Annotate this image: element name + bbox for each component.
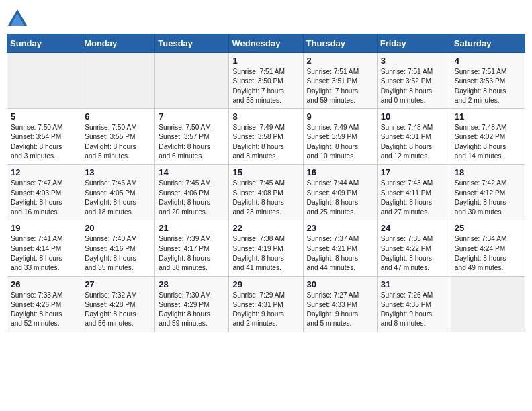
cell-content: Sunrise: 7:27 AM Sunset: 4:33 PM Dayligh… bbox=[307, 291, 373, 329]
cell-content: Sunrise: 7:35 AM Sunset: 4:22 PM Dayligh… bbox=[381, 234, 447, 273]
day-number: 21 bbox=[159, 223, 225, 233]
day-number: 7 bbox=[159, 111, 225, 122]
cell-content: Sunrise: 7:51 AM Sunset: 3:52 PM Dayligh… bbox=[381, 67, 447, 105]
calendar-cell: 1Sunrise: 7:51 AM Sunset: 3:50 PM Daylig… bbox=[229, 53, 303, 109]
day-number: 20 bbox=[85, 223, 151, 233]
cell-content: Sunrise: 7:48 AM Sunset: 4:02 PM Dayligh… bbox=[455, 123, 521, 161]
day-number: 25 bbox=[455, 223, 521, 233]
calendar-cell: 6Sunrise: 7:50 AM Sunset: 3:55 PM Daylig… bbox=[81, 109, 155, 165]
weekday-header-wednesday: Wednesday bbox=[229, 34, 303, 53]
calendar-cell bbox=[155, 53, 229, 109]
calendar-cell: 12Sunrise: 7:47 AM Sunset: 4:03 PM Dayli… bbox=[7, 165, 81, 220]
calendar-week-row: 1Sunrise: 7:51 AM Sunset: 3:50 PM Daylig… bbox=[7, 53, 525, 109]
calendar-table: SundayMondayTuesdayWednesdayThursdayFrid… bbox=[7, 34, 525, 332]
day-number: 26 bbox=[11, 279, 77, 289]
cell-content: Sunrise: 7:32 AM Sunset: 4:28 PM Dayligh… bbox=[85, 291, 151, 329]
calendar-week-row: 19Sunrise: 7:41 AM Sunset: 4:14 PM Dayli… bbox=[7, 220, 525, 276]
day-number: 5 bbox=[11, 111, 77, 122]
day-number: 31 bbox=[381, 279, 447, 289]
logo bbox=[7, 7, 31, 28]
day-number: 10 bbox=[381, 111, 447, 122]
cell-content: Sunrise: 7:50 AM Sunset: 3:54 PM Dayligh… bbox=[11, 123, 77, 161]
calendar-cell: 2Sunrise: 7:51 AM Sunset: 3:51 PM Daylig… bbox=[303, 53, 377, 109]
day-number: 27 bbox=[85, 279, 151, 289]
day-number: 16 bbox=[307, 167, 373, 177]
calendar-cell: 9Sunrise: 7:49 AM Sunset: 3:59 PM Daylig… bbox=[303, 109, 377, 165]
day-number: 1 bbox=[232, 56, 299, 66]
day-number: 28 bbox=[159, 279, 225, 289]
cell-content: Sunrise: 7:39 AM Sunset: 4:17 PM Dayligh… bbox=[159, 234, 225, 273]
day-number: 9 bbox=[307, 111, 373, 122]
calendar-cell: 4Sunrise: 7:51 AM Sunset: 3:53 PM Daylig… bbox=[451, 53, 525, 109]
cell-content: Sunrise: 7:29 AM Sunset: 4:31 PM Dayligh… bbox=[232, 291, 299, 329]
day-number: 2 bbox=[307, 56, 373, 66]
cell-content: Sunrise: 7:45 AM Sunset: 4:08 PM Dayligh… bbox=[232, 179, 299, 217]
day-number: 18 bbox=[455, 167, 521, 177]
calendar-cell: 11Sunrise: 7:48 AM Sunset: 4:02 PM Dayli… bbox=[451, 109, 525, 165]
calendar-week-row: 26Sunrise: 7:33 AM Sunset: 4:26 PM Dayli… bbox=[7, 276, 525, 332]
calendar-cell: 14Sunrise: 7:45 AM Sunset: 4:06 PM Dayli… bbox=[155, 165, 229, 220]
calendar-cell: 30Sunrise: 7:27 AM Sunset: 4:33 PM Dayli… bbox=[303, 276, 377, 332]
calendar-cell: 15Sunrise: 7:45 AM Sunset: 4:08 PM Dayli… bbox=[229, 165, 303, 220]
cell-content: Sunrise: 7:45 AM Sunset: 4:06 PM Dayligh… bbox=[159, 179, 225, 217]
calendar-cell: 18Sunrise: 7:42 AM Sunset: 4:12 PM Dayli… bbox=[451, 165, 525, 220]
weekday-header-tuesday: Tuesday bbox=[155, 34, 229, 53]
day-number: 4 bbox=[455, 56, 521, 66]
calendar-week-row: 5Sunrise: 7:50 AM Sunset: 3:54 PM Daylig… bbox=[7, 109, 525, 165]
cell-content: Sunrise: 7:51 AM Sunset: 3:50 PM Dayligh… bbox=[232, 67, 299, 105]
calendar-cell: 22Sunrise: 7:38 AM Sunset: 4:19 PM Dayli… bbox=[229, 220, 303, 276]
page-header bbox=[7, 7, 525, 28]
weekday-header-sunday: Sunday bbox=[7, 34, 81, 53]
weekday-header-monday: Monday bbox=[81, 34, 155, 53]
calendar-cell: 28Sunrise: 7:30 AM Sunset: 4:29 PM Dayli… bbox=[155, 276, 229, 332]
day-number: 29 bbox=[232, 279, 299, 289]
day-number: 15 bbox=[232, 167, 299, 177]
calendar-cell: 24Sunrise: 7:35 AM Sunset: 4:22 PM Dayli… bbox=[377, 220, 451, 276]
cell-content: Sunrise: 7:51 AM Sunset: 3:53 PM Dayligh… bbox=[455, 67, 521, 105]
day-number: 23 bbox=[307, 223, 373, 233]
weekday-header-thursday: Thursday bbox=[303, 34, 377, 53]
calendar-cell: 3Sunrise: 7:51 AM Sunset: 3:52 PM Daylig… bbox=[377, 53, 451, 109]
calendar-cell: 20Sunrise: 7:40 AM Sunset: 4:16 PM Dayli… bbox=[81, 220, 155, 276]
cell-content: Sunrise: 7:50 AM Sunset: 3:55 PM Dayligh… bbox=[85, 123, 151, 161]
day-number: 24 bbox=[381, 223, 447, 233]
day-number: 11 bbox=[455, 111, 521, 122]
weekday-header-saturday: Saturday bbox=[451, 34, 525, 53]
cell-content: Sunrise: 7:41 AM Sunset: 4:14 PM Dayligh… bbox=[11, 234, 77, 273]
cell-content: Sunrise: 7:30 AM Sunset: 4:29 PM Dayligh… bbox=[159, 291, 225, 329]
calendar-cell bbox=[451, 276, 525, 332]
calendar-cell: 5Sunrise: 7:50 AM Sunset: 3:54 PM Daylig… bbox=[7, 109, 81, 165]
cell-content: Sunrise: 7:34 AM Sunset: 4:24 PM Dayligh… bbox=[455, 234, 521, 273]
logo-icon bbox=[7, 7, 28, 28]
cell-content: Sunrise: 7:44 AM Sunset: 4:09 PM Dayligh… bbox=[307, 179, 373, 217]
day-number: 22 bbox=[232, 223, 299, 233]
cell-content: Sunrise: 7:49 AM Sunset: 3:59 PM Dayligh… bbox=[307, 123, 373, 161]
calendar-cell: 8Sunrise: 7:49 AM Sunset: 3:58 PM Daylig… bbox=[229, 109, 303, 165]
calendar-cell: 7Sunrise: 7:50 AM Sunset: 3:57 PM Daylig… bbox=[155, 109, 229, 165]
cell-content: Sunrise: 7:37 AM Sunset: 4:21 PM Dayligh… bbox=[307, 234, 373, 273]
day-number: 30 bbox=[307, 279, 373, 289]
day-number: 19 bbox=[11, 223, 77, 233]
calendar-cell: 10Sunrise: 7:48 AM Sunset: 4:01 PM Dayli… bbox=[377, 109, 451, 165]
calendar-cell bbox=[81, 53, 155, 109]
weekday-header-row: SundayMondayTuesdayWednesdayThursdayFrid… bbox=[7, 34, 525, 53]
weekday-header-friday: Friday bbox=[377, 34, 451, 53]
cell-content: Sunrise: 7:51 AM Sunset: 3:51 PM Dayligh… bbox=[307, 67, 373, 105]
cell-content: Sunrise: 7:50 AM Sunset: 3:57 PM Dayligh… bbox=[159, 123, 225, 161]
cell-content: Sunrise: 7:49 AM Sunset: 3:58 PM Dayligh… bbox=[232, 123, 299, 161]
calendar-cell: 17Sunrise: 7:43 AM Sunset: 4:11 PM Dayli… bbox=[377, 165, 451, 220]
cell-content: Sunrise: 7:33 AM Sunset: 4:26 PM Dayligh… bbox=[11, 291, 77, 329]
cell-content: Sunrise: 7:26 AM Sunset: 4:35 PM Dayligh… bbox=[381, 291, 447, 329]
calendar-cell: 27Sunrise: 7:32 AM Sunset: 4:28 PM Dayli… bbox=[81, 276, 155, 332]
calendar-cell: 31Sunrise: 7:26 AM Sunset: 4:35 PM Dayli… bbox=[377, 276, 451, 332]
calendar-cell: 19Sunrise: 7:41 AM Sunset: 4:14 PM Dayli… bbox=[7, 220, 81, 276]
calendar-cell: 25Sunrise: 7:34 AM Sunset: 4:24 PM Dayli… bbox=[451, 220, 525, 276]
day-number: 6 bbox=[85, 111, 151, 122]
cell-content: Sunrise: 7:38 AM Sunset: 4:19 PM Dayligh… bbox=[232, 234, 299, 273]
calendar-cell bbox=[7, 53, 81, 109]
day-number: 14 bbox=[159, 167, 225, 177]
calendar-cell: 16Sunrise: 7:44 AM Sunset: 4:09 PM Dayli… bbox=[303, 165, 377, 220]
day-number: 17 bbox=[381, 167, 447, 177]
calendar-week-row: 12Sunrise: 7:47 AM Sunset: 4:03 PM Dayli… bbox=[7, 165, 525, 220]
calendar-cell: 23Sunrise: 7:37 AM Sunset: 4:21 PM Dayli… bbox=[303, 220, 377, 276]
